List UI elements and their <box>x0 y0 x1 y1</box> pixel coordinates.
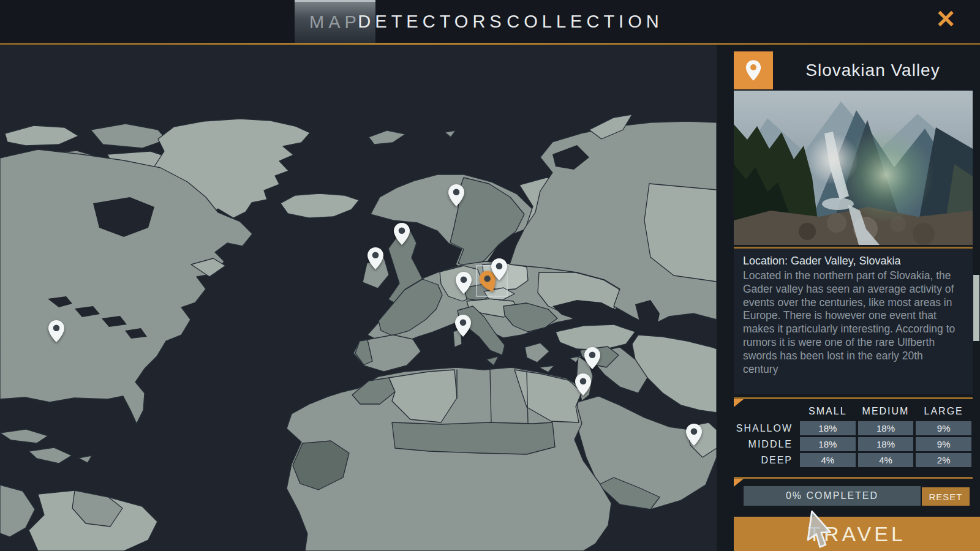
close-icon[interactable]: ✕ <box>932 4 959 34</box>
location-pin-badge <box>734 51 773 89</box>
location-panel: Slovakian Valley <box>717 45 980 551</box>
world-map-graphic <box>0 45 717 551</box>
table-row: DEEP 4% 4% 2% <box>734 453 973 467</box>
cell-middle-large: 9% <box>916 437 971 451</box>
travel-button[interactable]: TRAVEL <box>734 517 980 551</box>
table-header-row: SMALL MEDIUM LARGE <box>734 406 973 419</box>
pin-levant[interactable] <box>574 373 592 396</box>
row-label-deep: DEEP <box>734 455 799 466</box>
row-label-middle: MIDDLE <box>734 439 799 450</box>
cell-deep-large: 2% <box>916 453 971 467</box>
completion-progress: 0% COMPLETED <box>744 486 921 506</box>
description-scroll-area[interactable]: Located in the northern part of Slovakia… <box>743 269 958 383</box>
tab-map-label: MAP <box>309 12 361 32</box>
table-row: SHALLOW 18% 18% 9% <box>734 421 973 435</box>
location-photo <box>734 91 973 245</box>
cell-shallow-medium: 18% <box>858 421 914 435</box>
pin-usa[interactable] <box>47 320 66 343</box>
loot-chance-table: SMALL MEDIUM LARGE SHALLOW 18% 18% 9% MI… <box>734 406 973 469</box>
scrollbar-thumb[interactable] <box>973 275 979 341</box>
pin-norway[interactable] <box>447 184 466 207</box>
column-header-medium: MEDIUM <box>858 406 914 419</box>
tab-collection-label: COLLECTION <box>507 12 663 32</box>
header-accent-line <box>0 43 980 45</box>
progress-corner-accent <box>734 479 744 487</box>
tab-detectors[interactable]: DETECTORS <box>386 0 478 43</box>
location-pin-icon <box>745 59 762 81</box>
top-bar: MAP DETECTORS COLLECTION ✕ <box>0 0 980 43</box>
description-box: Location: Gader Valley, Slovakia Located… <box>734 249 973 394</box>
pin-scotland[interactable] <box>393 222 411 246</box>
cell-middle-medium: 18% <box>858 437 914 451</box>
location-title: Slovakian Valley <box>773 51 973 89</box>
pin-oman[interactable] <box>685 423 703 446</box>
cell-middle-small: 18% <box>800 437 856 451</box>
cell-shallow-small: 18% <box>800 421 856 435</box>
pin-syria[interactable] <box>583 347 601 370</box>
cell-shallow-large: 9% <box>916 421 971 435</box>
tab-detectors-label: DETECTORS <box>358 12 505 32</box>
pin-ireland[interactable] <box>366 247 385 270</box>
reset-button[interactable]: RESET <box>922 487 970 506</box>
location-header: Slovakian Valley <box>734 51 973 89</box>
world-map[interactable] <box>0 45 717 551</box>
cell-deep-medium: 4% <box>858 453 914 467</box>
progress-divider <box>734 477 973 479</box>
pin-central-europe[interactable] <box>454 271 473 294</box>
column-header-large: LARGE <box>916 406 971 419</box>
cell-deep-small: 4% <box>800 453 856 467</box>
description-text: Located in the northern part of Slovakia… <box>743 269 958 376</box>
location-line: Location: Gader Valley, Slovakia <box>743 255 958 268</box>
pin-italy[interactable] <box>454 314 472 337</box>
row-label-shallow: SHALLOW <box>734 423 799 434</box>
column-header-small: SMALL <box>800 406 856 419</box>
pin-slovakia[interactable] <box>490 258 508 281</box>
tab-collection[interactable]: COLLECTION <box>524 0 646 43</box>
table-divider <box>734 397 973 399</box>
table-row: MIDDLE 18% 18% 9% <box>734 437 973 451</box>
